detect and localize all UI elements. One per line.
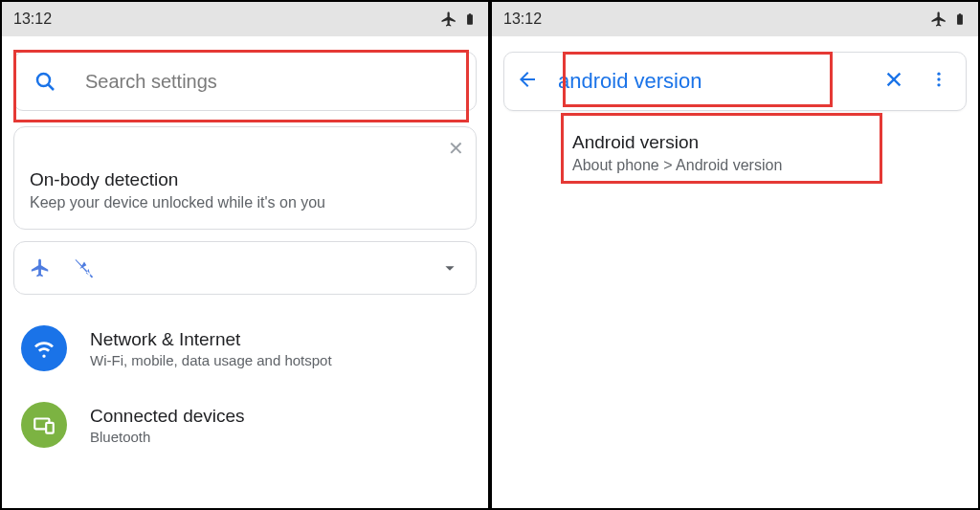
setting-connected[interactable]: Connected devices Bluetooth (13, 387, 477, 463)
chevron-down-icon (439, 257, 460, 278)
suggestion-subtitle: Keep your device unlocked while it's on … (30, 194, 460, 211)
svg-point-0 (37, 74, 50, 86)
settings-search-pane: 13:12 android version Android version Ab… (490, 0, 980, 510)
suggestion-card[interactable]: ✕ On-body detection Keep your device unl… (13, 126, 477, 230)
svg-rect-3 (46, 423, 54, 433)
quick-toggle-card[interactable] (13, 241, 477, 295)
status-icons (440, 11, 477, 28)
search-icon (33, 70, 56, 93)
svg-line-1 (49, 85, 55, 91)
airplane-mode-icon (440, 11, 457, 28)
setting-title: Network & Internet (90, 329, 332, 350)
battery-icon (463, 11, 477, 28)
search-placeholder: Search settings (85, 71, 217, 93)
more-icon[interactable] (924, 70, 954, 93)
wifi-icon (21, 325, 67, 371)
status-icons (930, 11, 967, 28)
data-off-icon (74, 257, 95, 278)
setting-network[interactable]: Network & Internet Wi-Fi, mobile, data u… (13, 310, 477, 387)
setting-title: Connected devices (90, 406, 245, 427)
setting-subtitle: Bluetooth (90, 429, 245, 445)
clear-icon[interactable] (876, 69, 912, 94)
battery-icon (953, 11, 967, 28)
status-bar: 13:12 (2, 2, 488, 36)
status-time: 13:12 (503, 11, 542, 28)
status-time: 13:12 (13, 11, 52, 28)
svg-point-7 (937, 78, 940, 80)
suggestion-title: On-body detection (30, 169, 460, 190)
search-query-text[interactable]: android version (550, 69, 864, 94)
result-path: About phone > Android version (572, 157, 944, 174)
back-icon[interactable] (516, 68, 539, 95)
devices-icon (21, 402, 67, 448)
result-title: Android version (572, 132, 944, 153)
svg-point-6 (937, 73, 940, 76)
search-settings-box[interactable]: Search settings (13, 52, 477, 111)
settings-home-pane: 13:12 Search settings ✕ On-body detectio… (0, 0, 490, 510)
status-bar: 13:12 (492, 2, 978, 36)
airplane-icon (30, 257, 51, 278)
svg-point-8 (937, 83, 940, 86)
search-result-item[interactable]: Android version About phone > Android ve… (503, 119, 967, 188)
setting-subtitle: Wi-Fi, mobile, data usage and hotspot (90, 352, 332, 368)
search-input-bar[interactable]: android version (503, 52, 967, 111)
close-icon[interactable]: ✕ (448, 137, 464, 160)
airplane-mode-icon (930, 11, 947, 28)
